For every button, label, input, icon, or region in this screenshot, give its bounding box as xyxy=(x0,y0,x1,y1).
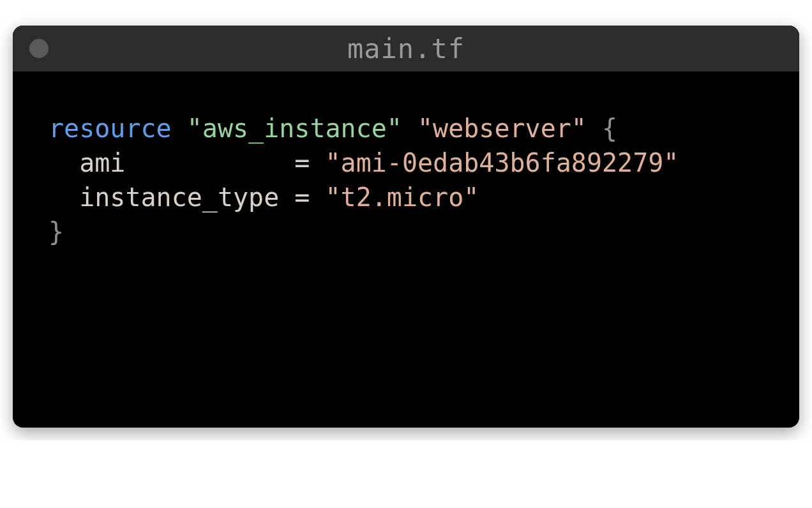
resource-type-string: "aws_instance" xyxy=(187,114,402,143)
equals-operator: = xyxy=(294,183,325,212)
brace-close: } xyxy=(49,217,64,246)
indent xyxy=(49,148,79,177)
instance-type-value-string: "t2.micro" xyxy=(326,183,479,212)
window-close-dot[interactable] xyxy=(29,39,49,58)
titlebar: main.tf xyxy=(13,26,799,71)
property-ami: ami xyxy=(79,148,125,177)
brace-open: { xyxy=(587,114,617,143)
property-instance-type: instance_type xyxy=(79,183,279,212)
indent xyxy=(49,183,79,212)
ami-value-string: "ami-0edab43b6fa892279" xyxy=(326,148,679,177)
padding xyxy=(125,148,294,177)
editor-window: main.tf resource "aws_instance" "webserv… xyxy=(13,26,799,428)
equals-operator: = xyxy=(294,148,325,177)
code-editor[interactable]: resource "aws_instance" "webserver" { am… xyxy=(13,71,799,428)
padding xyxy=(279,183,294,212)
file-title: main.tf xyxy=(13,33,799,64)
keyword-resource: resource xyxy=(49,114,172,143)
resource-name-string: "webserver" xyxy=(417,114,587,143)
